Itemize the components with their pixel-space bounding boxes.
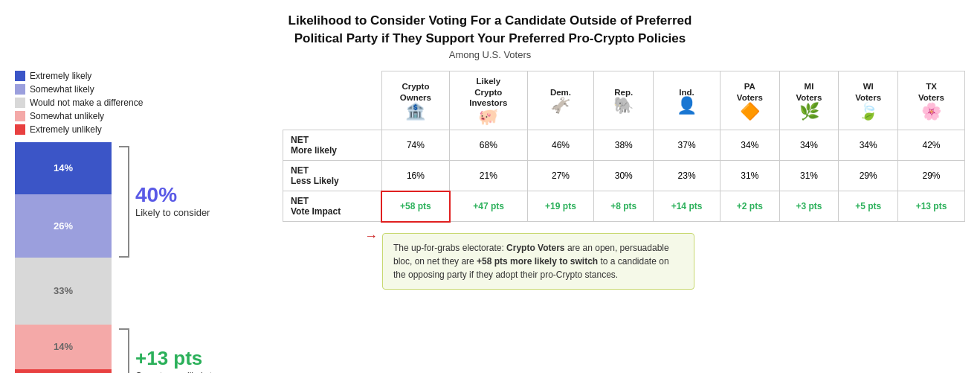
main-container: Likelihood to Consider Voting For a Cand…	[0, 0, 980, 373]
cell-vote-impact-investors: +47 pts	[450, 191, 527, 222]
bar-label-3: 14%	[54, 341, 73, 352]
cell-vote-impact-ind: +14 pts	[654, 191, 721, 222]
bar-segment-3: 14%	[15, 325, 112, 369]
legend-label-extremely-likely: Extremely likely	[30, 71, 91, 81]
col-header-likely-investors: LikelyCryptoInvestors 🐖	[450, 71, 527, 130]
legend-item-somewhat-likely: Somewhat likely	[15, 84, 143, 95]
cell-more-likely-ind: 37%	[654, 130, 721, 161]
cell-less-likely-mi: 31%	[779, 161, 839, 191]
cell-less-likely-rep: 30%	[594, 161, 654, 191]
icon-pa: 🔶	[726, 103, 773, 120]
icon-ind: 👤	[660, 98, 714, 114]
tooltip-bold2: +58 pts more likely to switch	[477, 256, 598, 267]
icon-mi: 🌿	[786, 103, 833, 120]
cell-more-likely-dem: 46%	[527, 130, 594, 161]
legend-item-no-difference: Would not make a difference	[15, 98, 143, 108]
annotation-13pts-label: On net more likely tovote for a candidat…	[135, 370, 217, 373]
bar-segment-1: 26%	[15, 194, 112, 258]
main-title: Likelihood to Consider Voting For a Cand…	[15, 12, 965, 48]
legend-label-no-difference: Would not make a difference	[30, 98, 143, 108]
col-header-dem: Dem. 🫏	[527, 71, 594, 130]
cell-more-likely-rep: 38%	[594, 130, 654, 161]
legend-color-no-difference	[15, 98, 25, 108]
cell-vote-impact-tx: +13 pts	[898, 191, 965, 222]
icon-tx: 🌸	[904, 103, 958, 120]
cell-less-likely-pa: 31%	[721, 161, 780, 191]
left-section: Extremely likely Somewhat likely Would n…	[15, 71, 268, 373]
table-row-less-likely: NET Less Likely 16% 21% 27% 30% 23% 31% …	[283, 161, 965, 191]
bar-segment-2: 33%	[15, 258, 112, 325]
col-header-rep: Rep. 🐘	[594, 71, 654, 130]
cell-less-likely-crypto: 16%	[381, 161, 449, 191]
icon-wi: 🍃	[845, 103, 892, 120]
legend-color-somewhat-unlikely	[15, 111, 25, 121]
cell-more-likely-crypto: 74%	[381, 130, 449, 161]
row-label-less-likely: NET Less Likely	[283, 161, 382, 191]
subtitle: Among U.S. Voters	[15, 49, 965, 60]
legend-label-somewhat-unlikely: Somewhat unlikely	[30, 111, 104, 121]
bar-segment-0: 14%	[15, 142, 112, 194]
title-section: Likelihood to Consider Voting For a Cand…	[15, 12, 965, 60]
tooltip-text-before: The up-for-grabs electorate:	[393, 243, 506, 253]
col-header-crypto-owners: CryptoOwners 🏦	[381, 71, 449, 130]
data-table: CryptoOwners 🏦 LikelyCryptoInvestors 🐖 D…	[283, 71, 965, 223]
cell-less-likely-investors: 21%	[450, 161, 527, 191]
annotation-40pct-label: Likely to consider	[135, 207, 210, 218]
col-label-crypto-owners: CryptoOwners	[388, 81, 443, 103]
cell-vote-impact-pa: +2 pts	[721, 191, 780, 222]
col-label-pa: PAVoters	[726, 81, 773, 103]
title-line1: Likelihood to Consider Voting For a Cand…	[288, 13, 692, 28]
annotation-13pts-value: +13 pts	[135, 347, 202, 370]
bar-label-2: 33%	[54, 285, 73, 296]
cell-vote-impact-crypto: +58 pts	[381, 191, 449, 222]
col-label-mi: MIVoters	[786, 81, 833, 103]
cell-vote-impact-rep: +8 pts	[594, 191, 654, 222]
bottom-note-row: → The up-for-grabs electorate: Crypto Vo…	[283, 226, 965, 290]
col-header-ind: Ind. 👤	[654, 71, 721, 130]
legend-item-somewhat-unlikely: Somewhat unlikely	[15, 111, 143, 121]
cell-more-likely-investors: 68%	[450, 130, 527, 161]
legend-color-somewhat-likely	[15, 84, 25, 95]
cell-more-likely-mi: 34%	[779, 130, 839, 161]
tooltip-bold1: Crypto Voters	[506, 243, 564, 253]
table-row-more-likely: NET More likely 74% 68% 46% 38% 37% 34% …	[283, 130, 965, 161]
bar-container: 14% 26% 33% 14% 13% Vote Impact	[15, 142, 112, 373]
cell-vote-impact-wi: +5 pts	[839, 191, 898, 222]
tooltip-box: The up-for-grabs electorate: Crypto Vote…	[382, 233, 694, 290]
col-header-wi: WIVoters 🍃	[839, 71, 898, 130]
col-header-tx: TXVoters 🌸	[898, 71, 965, 130]
cell-less-likely-dem: 27%	[527, 161, 594, 191]
col-label-wi: WIVoters	[845, 81, 892, 103]
chart-area: 14% 26% 33% 14% 13% Vote Impact	[15, 142, 217, 373]
cell-more-likely-pa: 34%	[721, 130, 780, 161]
bar-label-1: 26%	[54, 220, 73, 232]
cell-less-likely-wi: 29%	[839, 161, 898, 191]
cell-more-likely-wi: 34%	[839, 130, 898, 161]
legend: Extremely likely Somewhat likely Would n…	[15, 71, 143, 135]
col-label-likely-investors: LikelyCryptoInvestors	[456, 76, 520, 109]
col-label-tx: TXVoters	[904, 81, 958, 103]
tooltip-arrow-icon: →	[364, 229, 378, 244]
table-row-vote-impact: NET Vote Impact +58 pts +47 pts +19 pts …	[283, 191, 965, 222]
legend-label-extremely-unlikely: Extremely unlikely	[30, 124, 102, 135]
cell-vote-impact-dem: +19 pts	[527, 191, 594, 222]
col-header-pa: PAVoters 🔶	[721, 71, 780, 130]
cell-less-likely-ind: 23%	[654, 161, 721, 191]
title-line2: Political Party if They Support Your Pre…	[294, 31, 686, 45]
row-label-more-likely: NET More likely	[283, 130, 382, 161]
content-row: Extremely likely Somewhat likely Would n…	[15, 71, 965, 373]
row-label-vote-impact: NET Vote Impact	[283, 191, 382, 222]
icon-likely-investors: 🐖	[456, 109, 520, 125]
icon-dem: 🫏	[534, 98, 588, 114]
col-header-mi: MIVoters 🌿	[779, 71, 839, 130]
right-section: CryptoOwners 🏦 LikelyCryptoInvestors 🐖 D…	[283, 71, 965, 290]
annotation-40pct-value: 40%	[135, 183, 177, 207]
legend-item-extremely-unlikely: Extremely unlikely	[15, 124, 143, 135]
cell-less-likely-tx: 29%	[898, 161, 965, 191]
bar-segment-4: 13%	[15, 369, 112, 373]
legend-label-somewhat-likely: Somewhat likely	[30, 84, 94, 95]
legend-item-extremely-likely: Extremely likely	[15, 71, 143, 81]
cell-more-likely-tx: 42%	[898, 130, 965, 161]
bar-label-0: 14%	[54, 162, 73, 173]
icon-crypto-owners: 🏦	[388, 103, 443, 120]
